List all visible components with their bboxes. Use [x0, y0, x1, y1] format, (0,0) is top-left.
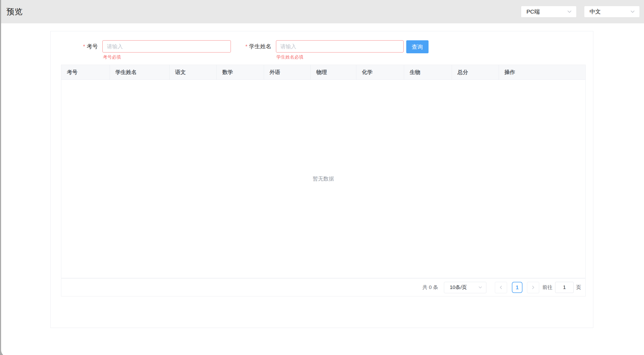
column-header-actions: 操作 — [499, 65, 585, 80]
required-asterisk: * — [83, 43, 85, 49]
column-header-total-score: 总分 — [452, 65, 499, 80]
chevron-down-icon — [566, 8, 573, 15]
chevron-left-icon — [499, 285, 503, 290]
exam-number-label: *考号 — [83, 40, 98, 52]
page-background: 预览 PC端 中文 *考号 — [0, 0, 644, 355]
chevron-down-icon — [478, 285, 483, 290]
empty-state-text: 暂无数据 — [313, 175, 334, 182]
device-select[interactable]: PC端 — [521, 6, 577, 17]
column-header-chemistry: 化学 — [356, 65, 404, 80]
chevron-down-icon — [629, 8, 636, 15]
required-asterisk: * — [245, 43, 248, 49]
page-size-value: 10条/页 — [450, 284, 467, 291]
goto-page-input[interactable] — [555, 282, 574, 293]
content-card: *考号 考号必填 *学生姓名 学生姓名必填 查询 考号 — [50, 31, 593, 328]
exam-number-field: 考号必填 — [102, 40, 231, 52]
student-name-field: 学生姓名必填 — [276, 40, 404, 52]
exam-number-input[interactable] — [102, 40, 231, 52]
page-title: 预览 — [6, 6, 23, 17]
exam-number-error: 考号必填 — [103, 54, 121, 60]
page-size-select[interactable]: 10条/页 — [444, 282, 486, 293]
student-name-error: 学生姓名必填 — [276, 54, 304, 60]
page-number-button[interactable]: 1 — [512, 282, 522, 293]
table-header-row: 考号 学生姓名 语文 数学 外语 物理 化学 生物 总分 操作 — [61, 65, 585, 80]
page-unit-label: 页 — [576, 284, 581, 291]
column-header-foreign-language: 外语 — [264, 65, 311, 80]
next-page-button[interactable] — [527, 282, 539, 293]
language-select-value: 中文 — [590, 8, 601, 15]
device-select-value: PC端 — [526, 8, 540, 15]
pagination-bar: 共 0 条 10条/页 1 前 — [61, 278, 586, 296]
search-button[interactable]: 查询 — [406, 40, 429, 53]
student-name-input[interactable] — [276, 40, 404, 52]
language-select[interactable]: 中文 — [584, 6, 640, 17]
column-header-math: 数学 — [217, 65, 264, 80]
student-name-label: *学生姓名 — [245, 40, 271, 52]
preview-dialog: 预览 PC端 中文 *考号 — [1, 0, 644, 355]
column-header-student-name: 学生姓名 — [110, 65, 170, 80]
total-count: 共 0 条 — [422, 284, 438, 291]
dialog-header: 预览 PC端 中文 — [1, 0, 644, 23]
table-body: 暂无数据 — [61, 80, 585, 278]
results-table: 考号 学生姓名 语文 数学 外语 物理 化学 生物 总分 操作 暂无数据 — [61, 65, 586, 278]
column-header-physics: 物理 — [311, 65, 356, 80]
goto-page-label: 前往 — [542, 284, 552, 291]
chevron-right-icon — [531, 285, 535, 290]
prev-page-button[interactable] — [495, 282, 507, 293]
column-header-exam-number: 考号 — [61, 65, 110, 80]
column-header-biology: 生物 — [404, 65, 452, 80]
column-header-chinese: 语文 — [170, 65, 217, 80]
search-form: *考号 考号必填 *学生姓名 学生姓名必填 查询 — [83, 40, 429, 53]
